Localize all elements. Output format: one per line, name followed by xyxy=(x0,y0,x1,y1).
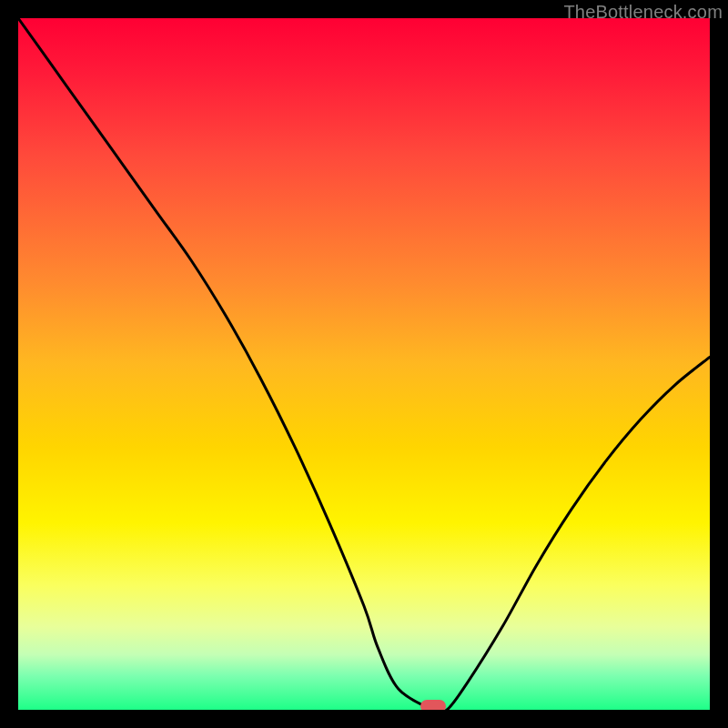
plot-area xyxy=(18,18,710,710)
chart-container: TheBottleneck.com xyxy=(0,0,728,728)
bottleneck-curve xyxy=(18,18,710,710)
minimum-marker xyxy=(420,700,446,710)
